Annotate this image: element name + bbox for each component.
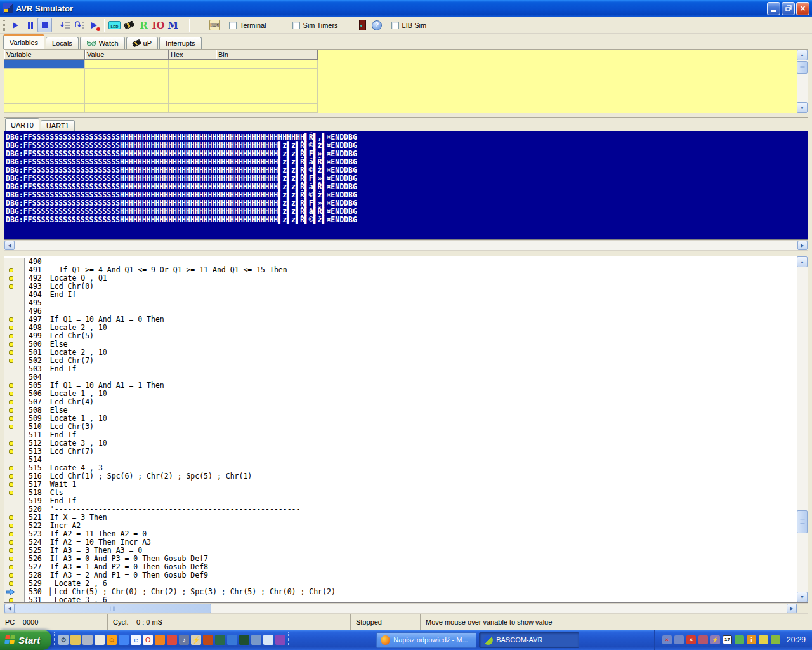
scroll-down-icon[interactable]: ▼ [797, 102, 808, 113]
stop-button[interactable] [37, 18, 52, 32]
table-cell[interactable] [4, 95, 85, 104]
breakpoint-dot-icon[interactable] [4, 571, 25, 580]
table-cell[interactable] [4, 77, 85, 86]
run-to-cursor-button[interactable] [87, 18, 102, 32]
start-button[interactable]: Start [0, 630, 51, 650]
table-cell[interactable] [169, 95, 216, 104]
quicklaunch-ball-icon[interactable] [275, 635, 285, 645]
quicklaunch-watch-icon[interactable] [95, 635, 105, 645]
breakpoint-dot-icon[interactable] [4, 357, 25, 365]
table-cell[interactable] [169, 104, 216, 113]
scroll-right-icon[interactable]: ▶ [797, 241, 808, 250]
table-cell[interactable] [4, 86, 85, 95]
breakpoint-dot-icon[interactable] [4, 315, 25, 324]
code-line[interactable]: 512Locate 3 , 10 [4, 439, 797, 448]
code-line[interactable]: 507Lcd Chr(4) [4, 398, 797, 406]
scrollbar-thumb[interactable] [797, 61, 808, 74]
code-line[interactable]: 517Wait 1 [4, 481, 797, 489]
breakpoint-dot-icon[interactable] [4, 398, 25, 406]
registers-button[interactable]: R [136, 18, 151, 32]
help-button[interactable]: ? [370, 18, 384, 32]
gutter-cell[interactable] [4, 307, 25, 315]
code-line[interactable]: 520'------------------------------------… [4, 505, 797, 514]
tray-usb-icon[interactable] [735, 635, 744, 644]
gutter-cell[interactable] [4, 365, 25, 373]
breakpoint-dot-icon[interactable] [4, 489, 25, 497]
scrollbar-thumb[interactable] [15, 604, 211, 613]
chip-pins-button[interactable] [122, 18, 136, 32]
code-line[interactable]: 499Lcd Chr(5) [4, 332, 797, 340]
breakpoint-dot-icon[interactable] [4, 324, 25, 332]
quicklaunch-smiley-icon[interactable]: ☺ [107, 635, 117, 645]
terminal-checkbox[interactable]: Terminal [229, 22, 266, 29]
tab-uart1[interactable]: UART1 [41, 120, 75, 131]
tray-app-icon[interactable] [698, 635, 708, 644]
table-cell[interactable] [4, 60, 85, 69]
tab-locals[interactable]: Locals [46, 37, 79, 49]
breakpoint-dot-icon[interactable] [4, 266, 25, 274]
table-row[interactable] [4, 86, 318, 95]
table-cell[interactable] [216, 69, 318, 77]
breakpoint-dot-icon[interactable] [4, 423, 25, 431]
quicklaunch-bell-icon[interactable] [203, 635, 213, 645]
table-cell[interactable] [216, 86, 318, 95]
code-line[interactable]: 528If A3 = 2 And P1 = 0 Then Gosub Def9 [4, 571, 797, 580]
quicklaunch-music-icon[interactable]: ♪ [179, 635, 189, 645]
table-cell[interactable] [85, 104, 169, 113]
code-line[interactable]: 510Lcd Chr(3) [4, 423, 797, 431]
code-line[interactable]: 501Locate 2 , 10 [4, 348, 797, 357]
breakpoint-dot-icon[interactable] [4, 555, 25, 563]
taskbar-task-button[interactable]: Napisz odpowiedź - M... [376, 632, 476, 648]
table-cell[interactable] [85, 86, 169, 95]
scroll-down-icon[interactable]: ▼ [797, 592, 808, 602]
quicklaunch-tv-icon[interactable] [215, 635, 225, 645]
lib-sim-checkbox[interactable]: LIB Sim [391, 22, 427, 29]
terminal-hscrollbar[interactable]: ◀ ▶ [4, 240, 808, 251]
tray-security-alert-icon[interactable]: × [686, 635, 696, 644]
code-line[interactable]: 508Else [4, 406, 797, 415]
gutter-cell[interactable] [4, 258, 25, 266]
code-vscrollbar[interactable]: ▲ ▼ [797, 256, 808, 602]
column-header-value[interactable]: Value [85, 50, 169, 60]
code-line[interactable]: 505If Q1 = 10 And A1 = 1 Then [4, 381, 797, 390]
gutter-cell[interactable] [4, 505, 25, 514]
table-cell[interactable] [216, 77, 318, 86]
table-cell[interactable] [169, 69, 216, 77]
code-line[interactable]: 513Lcd Chr(7) [4, 448, 797, 456]
breakpoint-dot-icon[interactable] [4, 580, 25, 588]
tray-network-offline-icon[interactable]: × [662, 635, 672, 644]
breakpoint-dot-icon[interactable] [4, 415, 25, 423]
toolbar-grip[interactable] [3, 20, 5, 31]
table-cell[interactable] [85, 77, 169, 86]
table-cell[interactable] [169, 86, 216, 95]
keyboard-button[interactable]: ⌨ [207, 18, 222, 32]
breakpoint-dot-icon[interactable] [4, 348, 25, 357]
breakpoint-dot-icon[interactable] [4, 514, 25, 522]
minimize-button[interactable] [767, 2, 780, 15]
code-line[interactable]: 498Locate 2 , 10 [4, 324, 797, 332]
gutter-cell[interactable] [4, 299, 25, 307]
table-row[interactable] [4, 77, 318, 86]
quicklaunch-server-icon[interactable] [82, 635, 93, 645]
exit-button[interactable] [355, 18, 370, 32]
code-line[interactable]: 511End If [4, 431, 797, 439]
restore-button[interactable] [782, 2, 795, 15]
gutter-cell[interactable] [4, 431, 25, 439]
tray-nvidia-icon[interactable] [771, 635, 780, 644]
scrollbar-thumb[interactable] [797, 510, 808, 533]
table-cell[interactable] [216, 104, 318, 113]
breakpoint-dot-icon[interactable] [4, 472, 25, 481]
table-row[interactable] [4, 60, 318, 69]
table-cell[interactable] [216, 95, 318, 104]
uart-terminal[interactable]: DBG:FFSSSSSSSSSSSSSSSSSSSSHHHHHHHHHHHHHH… [4, 131, 808, 240]
breakpoint-dot-icon[interactable] [4, 464, 25, 472]
taskbar-task-button[interactable]: BASCOM-AVR [479, 632, 579, 648]
quicklaunch-lightning-icon[interactable]: ⚡ [191, 635, 201, 645]
breakpoint-dot-icon[interactable] [4, 563, 25, 571]
table-row[interactable] [4, 104, 318, 113]
scroll-left-icon[interactable]: ◀ [4, 604, 15, 613]
code-line[interactable]: 495 [4, 299, 797, 307]
breakpoint-dot-icon[interactable] [4, 274, 25, 282]
quicklaunch-monitor-icon[interactable] [251, 635, 261, 645]
code-line[interactable]: 502Lcd Chr(7) [4, 357, 797, 365]
